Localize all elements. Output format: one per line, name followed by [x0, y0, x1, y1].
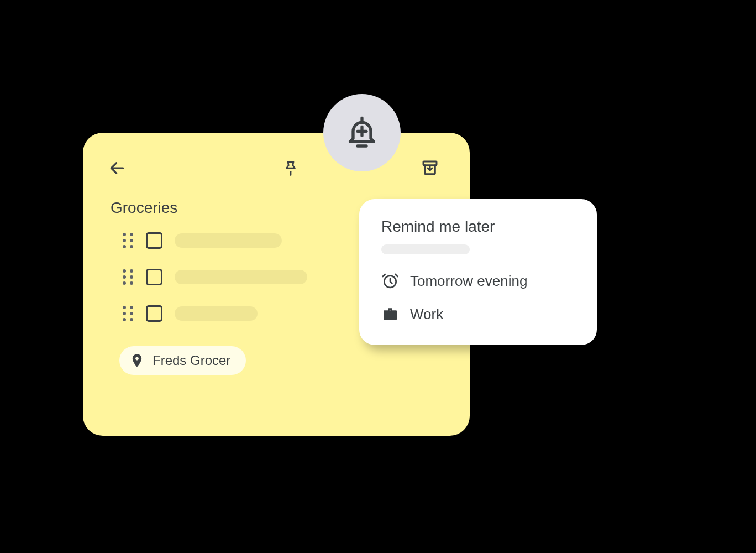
item-text-placeholder[interactable]: [175, 306, 258, 321]
reminder-popup-title: Remind me later: [381, 218, 575, 236]
pushpin-icon: [282, 160, 299, 176]
briefcase-icon: [381, 305, 399, 323]
bell-add-icon: [344, 115, 380, 150]
location-pin-icon: [129, 353, 145, 368]
pin-button[interactable]: [281, 158, 301, 178]
reminder-popup: Remind me later Tomorrow evening Work: [359, 199, 597, 345]
reminder-options: Tomorrow evening Work: [381, 272, 575, 323]
reminder-option-time[interactable]: Tomorrow evening: [381, 272, 575, 290]
reminder-option-location[interactable]: Work: [381, 305, 575, 323]
arrow-back-icon: [108, 159, 126, 177]
alarm-icon: [381, 272, 399, 290]
reminder-popup-subtitle-placeholder: [381, 244, 470, 254]
location-chip-label: Freds Grocer: [153, 353, 230, 368]
checkbox[interactable]: [146, 232, 162, 249]
item-text-placeholder[interactable]: [175, 233, 282, 248]
archive-button[interactable]: [420, 158, 440, 178]
checkbox[interactable]: [146, 269, 162, 285]
drag-handle-icon[interactable]: [123, 306, 134, 321]
location-chip[interactable]: Freds Grocer: [119, 346, 246, 375]
back-button[interactable]: [107, 158, 127, 178]
reminder-option-label: Tomorrow evening: [410, 273, 527, 290]
checkbox[interactable]: [146, 305, 162, 322]
drag-handle-icon[interactable]: [123, 269, 134, 285]
add-reminder-button[interactable]: [323, 94, 401, 171]
item-text-placeholder[interactable]: [175, 270, 307, 284]
note-header: [107, 153, 445, 184]
drag-handle-icon[interactable]: [123, 233, 134, 248]
archive-icon: [421, 159, 439, 177]
reminder-option-label: Work: [410, 306, 443, 323]
